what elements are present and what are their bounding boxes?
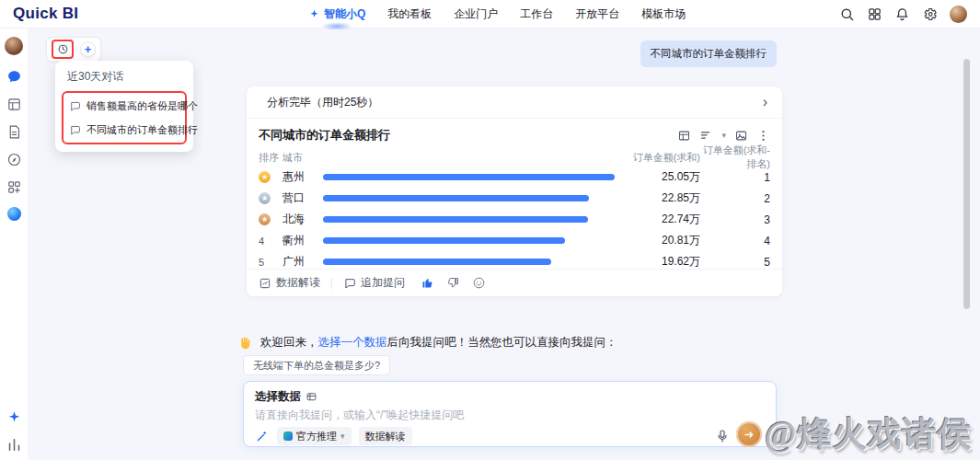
sort-view-icon[interactable] <box>699 129 713 143</box>
chat-bubble-icon <box>69 124 81 136</box>
chart-title: 不同城市的订单金额排行 <box>259 127 390 144</box>
bar <box>323 259 551 265</box>
thumbs-up-icon[interactable] <box>421 276 434 290</box>
apps-grid-icon[interactable] <box>867 6 882 22</box>
chat-bubble-icon <box>343 277 356 290</box>
history-annotation-box: 销售额最高的省份是哪个 不同城市的订单金额排行 <box>62 91 187 144</box>
nav-my-dashboards[interactable]: 我的看板 <box>387 0 432 28</box>
vertical-scrollbar[interactable] <box>963 59 970 309</box>
nav-workbench[interactable]: 工作台 <box>520 0 553 28</box>
table-row: ★ 营口 22.85万 2 <box>259 188 770 209</box>
search-icon[interactable] <box>839 6 855 22</box>
nav-smart-q[interactable]: 智能小Q <box>308 0 365 28</box>
smiley-icon[interactable] <box>472 276 486 290</box>
bar <box>323 174 615 180</box>
table-row: 4 衢州 20.81万 4 <box>259 230 770 251</box>
data-interpret-button[interactable]: 数据解读 <box>259 275 320 291</box>
select-data-button[interactable]: 选择数据 <box>255 389 765 405</box>
history-item[interactable]: 销售额最高的省份是哪个 <box>65 94 183 118</box>
bar <box>323 237 565 244</box>
nav-label: 智能小Q <box>324 6 365 22</box>
divider <box>331 278 332 289</box>
history-toolbar: + <box>46 37 101 62</box>
analysis-card: 分析完毕（用时25秒） › 不同城市的订单金额排行 ▾ <box>247 86 782 296</box>
history-clock-icon[interactable] <box>52 40 74 59</box>
user-avatar[interactable] <box>950 6 967 23</box>
wand-icon[interactable] <box>255 429 270 443</box>
left-sidebar <box>0 28 28 460</box>
app-logo: Quick BI <box>13 5 78 23</box>
interpret-icon <box>259 277 271 290</box>
greeting-row: 欢迎回来，选择一个数据后向我提问吧！当然您也可以直接向我提问： <box>237 335 617 351</box>
sidebar-avatar[interactable] <box>5 37 23 55</box>
table-row: ★ 惠州 25.05万 1 <box>259 167 770 188</box>
sparkle-q-icon <box>308 8 320 20</box>
columns-icon[interactable] <box>6 437 22 453</box>
nav-template-market[interactable]: 模板市场 <box>641 0 686 28</box>
gear-icon[interactable] <box>922 6 938 22</box>
interpret-chip[interactable]: 数据解读 <box>359 427 412 445</box>
wave-hand-icon <box>237 335 253 351</box>
model-select-chip[interactable]: 官方推理 ▾ <box>277 427 352 445</box>
dashboard-icon[interactable] <box>6 97 22 112</box>
history-popup-title: 近30天对话 <box>67 69 187 85</box>
composer-toolbar: 官方推理 ▾ 数据解读 <box>255 427 765 445</box>
export-image-icon[interactable] <box>734 129 748 143</box>
thumbs-down-icon[interactable] <box>446 276 460 290</box>
chat-icon[interactable] <box>6 69 22 85</box>
question-input[interactable] <box>255 408 765 421</box>
kebab-menu-icon[interactable] <box>756 129 770 143</box>
user-message-bubble: 不同城市的订单金额排行 <box>640 40 778 67</box>
bar <box>323 195 589 201</box>
chevron-right-icon[interactable]: › <box>763 95 767 109</box>
select-data-icon <box>306 391 317 403</box>
model-icon <box>283 431 293 441</box>
analysis-status-text: 分析完毕（用时25秒） <box>267 95 378 110</box>
follow-up-button[interactable]: 追加提问 <box>343 275 405 291</box>
nav-enterprise-portal[interactable]: 企业门户 <box>454 0 498 28</box>
main-nav: 智能小Q 我的看板 企业门户 工作台 开放平台 模板市场 <box>308 0 686 28</box>
topbar: Quick BI 智能小Q 我的看板 企业门户 工作台 开放平台 模板市场 <box>0 0 980 28</box>
compass-icon[interactable] <box>6 152 22 167</box>
sidebar-bottom <box>6 409 22 453</box>
apps-icon[interactable] <box>6 179 22 195</box>
table-header-row: 排序 城市 订单金额(求和) 订单金额(求和-排名) <box>259 148 770 167</box>
bar <box>323 216 588 223</box>
silver-medal-icon: ★ <box>259 192 271 204</box>
rank-table: 排序 城市 订单金额(求和) 订单金额(求和-排名) ★ 惠州 25.05万 1… <box>247 148 782 272</box>
chart-toolbar: ▾ <box>677 129 770 143</box>
bronze-medal-icon: ★ <box>259 213 271 225</box>
card-footer: 数据解读 追加提问 <box>247 269 782 296</box>
chat-main: + 近30天对话 销售额最高的省份是哪个 不同城市的订单金额排行 不同城市的订单… <box>28 28 980 460</box>
nav-open-platform[interactable]: 开放平台 <box>575 0 619 28</box>
chat-bubble-icon <box>69 100 81 112</box>
reaction-icons <box>421 276 486 290</box>
dataset-sphere-icon[interactable] <box>7 207 21 221</box>
table-view-icon[interactable] <box>677 129 691 143</box>
new-chat-plus-icon[interactable]: + <box>80 41 96 57</box>
mic-icon[interactable] <box>715 429 730 443</box>
report-icon[interactable] <box>6 124 22 140</box>
greeting-text: 欢迎回来，选择一个数据后向我提问吧！当然您也可以直接向我提问： <box>260 335 617 351</box>
history-item[interactable]: 不同城市的订单金额排行 <box>65 118 183 142</box>
history-popup: 近30天对话 销售额最高的省份是哪个 不同城市的订单金额排行 <box>55 61 193 152</box>
chevron-down-icon[interactable]: ▾ <box>721 131 726 140</box>
chevron-down-icon: ▾ <box>340 431 345 441</box>
table-row: ★ 北海 22.74万 3 <box>259 209 770 230</box>
composer: 选择数据 官方推理 ▾ 数据解读 <box>243 381 777 447</box>
sparkle-icon[interactable] <box>6 409 22 425</box>
select-data-link[interactable]: 选择一个数据 <box>318 336 387 349</box>
suggestion-chip[interactable]: 无线端下单的总金额是多少? <box>243 355 390 375</box>
bell-icon[interactable] <box>894 6 910 22</box>
topbar-actions <box>839 6 967 23</box>
analysis-status-row: 分析完毕（用时25秒） › <box>247 86 782 119</box>
gold-medal-icon: ★ <box>259 171 271 183</box>
